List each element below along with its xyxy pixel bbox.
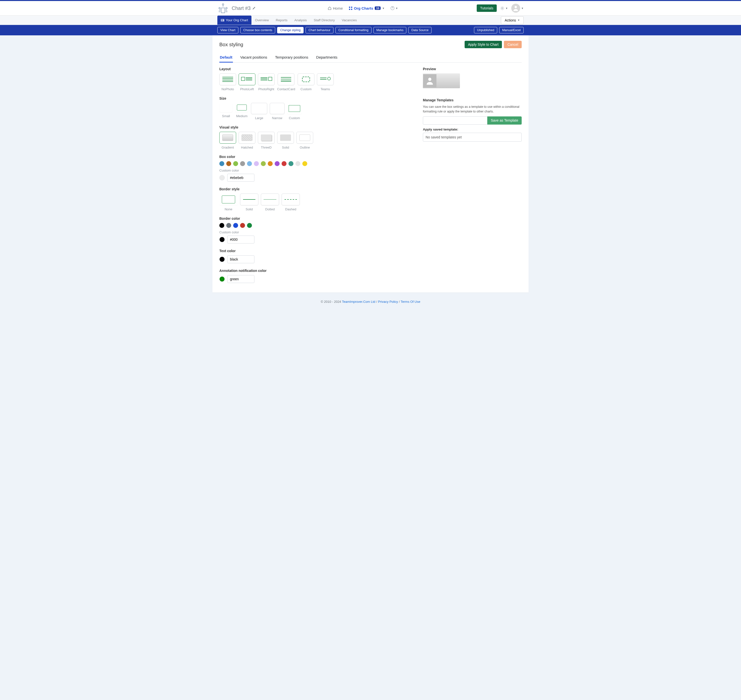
vstyle-threed[interactable]: ThreeD xyxy=(258,132,275,149)
tab-reports[interactable]: Reports xyxy=(273,16,291,25)
box-color-swatch[interactable] xyxy=(233,161,238,166)
page-title: Box styling xyxy=(219,42,243,47)
box-color-swatch[interactable] xyxy=(295,161,300,166)
gear-icon xyxy=(500,6,504,10)
layout-label: Layout xyxy=(219,67,413,71)
tab-vacancies[interactable]: Vacancies xyxy=(338,16,360,25)
border-color-swatch[interactable] xyxy=(219,223,224,228)
svg-point-11 xyxy=(222,20,222,21)
user-menu[interactable]: ▼ xyxy=(511,4,524,13)
border-color-preview xyxy=(219,237,225,242)
cancel-button[interactable]: Cancel xyxy=(504,41,522,48)
settings-dropdown[interactable]: ▼ xyxy=(500,6,508,10)
actions-dropdown[interactable]: Actions ▼ xyxy=(501,16,524,24)
pencil-icon xyxy=(252,6,256,10)
annotation-color-input[interactable] xyxy=(227,275,254,283)
tutorials-button[interactable]: Tutorials xyxy=(477,4,497,12)
apply-style-button[interactable]: Apply Style to Chart xyxy=(465,41,502,48)
box-color-preview xyxy=(219,175,225,181)
layout-nophoto[interactable]: NoPhoto xyxy=(219,74,236,91)
tab-overview[interactable]: Overview xyxy=(251,16,272,25)
border-dotted[interactable]: Dotted xyxy=(261,194,279,211)
style-tab-default[interactable]: Default xyxy=(219,53,233,63)
help-dropdown[interactable]: ▼ xyxy=(390,6,398,10)
tab-staff-directory[interactable]: Staff Directory xyxy=(310,16,338,25)
subnav-view-chart[interactable]: View Chart xyxy=(217,27,238,33)
status-unpublished[interactable]: Unpublished xyxy=(474,27,497,33)
layout-photoleft[interactable]: PhotoLeft xyxy=(239,74,255,91)
border-dashed[interactable]: Dashed xyxy=(282,194,300,211)
border-color-swatch[interactable] xyxy=(247,223,252,228)
app-logo[interactable] xyxy=(217,3,229,13)
box-color-swatch[interactable] xyxy=(289,161,293,166)
subnav-choose-box-contents[interactable]: Choose box contents xyxy=(240,27,275,33)
layout-contactcard[interactable]: ContactCard xyxy=(277,74,295,91)
footer-company-link[interactable]: TeamImprover.Com Ltd xyxy=(342,300,375,303)
template-select[interactable]: No saved templates yet xyxy=(423,133,522,142)
size-medium[interactable]: Medium xyxy=(235,103,248,120)
nav-org-charts[interactable]: Org Charts 15 ▼ xyxy=(349,6,385,10)
size-large[interactable]: Large xyxy=(251,103,267,120)
vstyle-gradient[interactable]: Gradient xyxy=(219,132,236,149)
border-color-swatch[interactable] xyxy=(226,223,231,228)
tab-your-org-chart[interactable]: Your Org Chart xyxy=(217,16,251,25)
svg-rect-5 xyxy=(349,9,350,10)
footer-terms-link[interactable]: Terms Of Use xyxy=(401,300,420,303)
template-name-input[interactable] xyxy=(423,116,487,125)
status-manual-excel[interactable]: Manual/Excel xyxy=(499,27,524,33)
style-tab-vacant[interactable]: Vacant positions xyxy=(240,53,268,62)
style-tab-temporary[interactable]: Temporary positions xyxy=(275,53,309,62)
box-color-swatch[interactable] xyxy=(226,161,231,166)
save-template-button[interactable]: Save as Template xyxy=(487,116,522,125)
box-color-swatch[interactable] xyxy=(268,161,273,166)
border-none[interactable]: None xyxy=(219,194,238,211)
tab-analysis[interactable]: Analysis xyxy=(291,16,310,25)
footer: © 2010 - 2024 TeamImprover.Com Ltd / Pri… xyxy=(0,293,741,316)
border-color-swatch[interactable] xyxy=(240,223,245,228)
size-narrow[interactable]: Narrow xyxy=(270,103,285,120)
grid-icon xyxy=(349,6,352,10)
box-color-swatch[interactable] xyxy=(240,161,245,166)
border-color-input[interactable] xyxy=(227,235,254,243)
subnav-conditional-formatting[interactable]: Conditional formatting xyxy=(335,27,371,33)
layout-teams[interactable]: Teams xyxy=(317,74,334,91)
chart-title[interactable]: Chart #3 xyxy=(232,6,256,11)
svg-rect-6 xyxy=(351,9,352,10)
subnav-change-styling[interactable]: Change styling xyxy=(277,27,304,33)
chevron-down-icon: ▼ xyxy=(521,7,524,10)
preview-label: Preview xyxy=(423,67,522,71)
chevron-down-icon: ▼ xyxy=(395,7,398,10)
box-color-swatch[interactable] xyxy=(261,161,266,166)
nav-home[interactable]: Home xyxy=(328,6,343,10)
footer-privacy-link[interactable]: Privacy Policy xyxy=(378,300,398,303)
svg-rect-12 xyxy=(241,77,245,81)
layout-custom[interactable]: Custom xyxy=(298,74,314,91)
box-color-input[interactable] xyxy=(227,174,254,182)
svg-rect-16 xyxy=(269,77,272,81)
layout-photoright[interactable]: PhotoRight xyxy=(258,74,275,91)
style-tab-departments[interactable]: Departments xyxy=(315,53,338,62)
text-color-input[interactable] xyxy=(227,255,254,263)
box-color-label: Box color xyxy=(219,155,413,159)
size-small[interactable]: Small xyxy=(219,103,233,120)
box-color-swatch[interactable] xyxy=(254,161,259,166)
card-icon xyxy=(221,19,224,22)
box-color-swatch[interactable] xyxy=(282,161,286,166)
svg-point-0 xyxy=(222,4,224,5)
border-style-label: Border style xyxy=(219,187,413,191)
box-color-swatch[interactable] xyxy=(219,161,224,166)
box-color-swatch[interactable] xyxy=(275,161,280,166)
text-color-label: Text color xyxy=(219,249,413,253)
box-color-swatch[interactable] xyxy=(302,161,307,166)
subnav-manage-bookmarks[interactable]: Manage bookmarks xyxy=(373,27,406,33)
border-solid[interactable]: Solid xyxy=(240,194,258,211)
vstyle-outline[interactable]: Outline xyxy=(296,132,313,149)
subnav-data-source[interactable]: Data Source xyxy=(408,27,431,33)
size-custom[interactable]: Custom xyxy=(287,103,302,120)
box-color-swatch[interactable] xyxy=(247,161,252,166)
vstyle-hatched[interactable]: Hatched xyxy=(239,132,255,149)
preview-box xyxy=(423,74,460,88)
vstyle-solid[interactable]: Solid xyxy=(277,132,294,149)
subnav-chart-behaviour[interactable]: Chart behaviour xyxy=(305,27,333,33)
border-color-swatch[interactable] xyxy=(233,223,238,228)
